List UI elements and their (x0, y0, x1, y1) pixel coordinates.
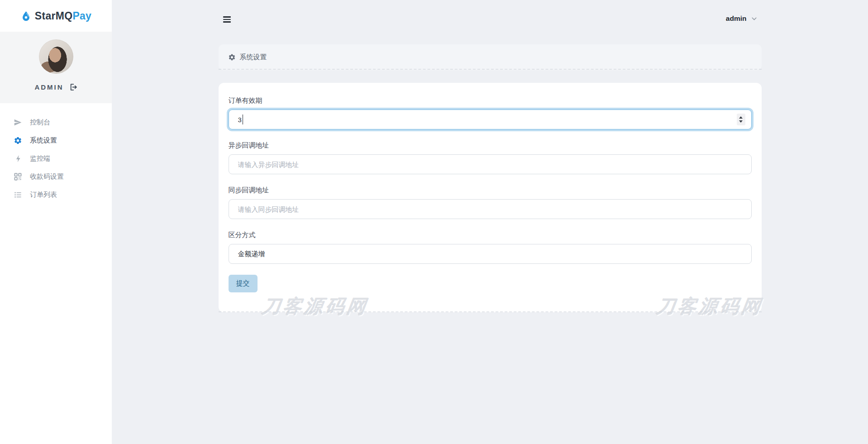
sidebar-item-system-settings[interactable]: 系统设置 (0, 131, 112, 149)
hamburger-icon[interactable] (222, 15, 232, 24)
form-group-async-callback: 异步回调地址 (229, 141, 752, 174)
sync-callback-label: 同步回调地址 (229, 186, 752, 195)
async-callback-label: 异步回调地址 (229, 141, 752, 150)
profile-section: ADMIN (0, 32, 112, 103)
admin-label: ADMIN (34, 83, 63, 91)
topbar: admin (219, 0, 762, 44)
brand-name: StarMQPay (35, 10, 91, 22)
sidebar-item-label: 收款码设置 (30, 172, 64, 181)
brand-logo: StarMQPay (0, 0, 112, 32)
qrcode-icon (14, 172, 22, 181)
order-validity-input[interactable] (229, 110, 752, 129)
sidebar-item-payment-code-settings[interactable]: 收款码设置 (0, 167, 112, 186)
sidebar-item-label: 系统设置 (30, 136, 57, 145)
chevron-down-icon (750, 15, 758, 23)
number-stepper[interactable] (737, 114, 745, 125)
text-caret (243, 115, 243, 124)
sync-callback-input[interactable] (229, 199, 752, 219)
sidebar-item-order-list[interactable]: 订单列表 (0, 186, 112, 204)
form-group-order-validity: 订单有效期 (229, 96, 752, 129)
stepper-up-icon[interactable] (739, 116, 743, 119)
async-callback-input[interactable] (229, 154, 752, 174)
user-dropdown[interactable]: admin (726, 14, 758, 23)
user-name: admin (726, 14, 747, 23)
order-validity-label: 订单有效期 (229, 96, 752, 105)
form-group-sync-callback: 同步回调地址 (229, 186, 752, 219)
logout-icon[interactable] (69, 83, 77, 91)
avatar (39, 39, 73, 74)
form-group-distinguish: 区分方式 (229, 231, 752, 264)
stepper-down-icon[interactable] (739, 120, 743, 123)
gear-icon (228, 53, 236, 61)
page-header: 系统设置 (219, 44, 762, 70)
page-title: 系统设置 (240, 53, 267, 62)
list-icon (14, 191, 22, 199)
sidebar-item-console[interactable]: 控制台 (0, 113, 112, 131)
sidebar-item-label: 控制台 (30, 118, 50, 127)
sidebar-item-label: 监控端 (30, 154, 50, 163)
distinguish-label: 区分方式 (229, 231, 752, 239)
bolt-icon (14, 154, 22, 163)
gear-icon (14, 136, 22, 145)
settings-form-card: 订单有效期 异步回调地址 同步回调地址 区分方式 (219, 83, 762, 312)
sidebar-item-label: 订单列表 (30, 191, 57, 199)
submit-button[interactable]: 提交 (229, 275, 258, 292)
distinguish-input[interactable] (229, 244, 752, 264)
sidebar: StarMQPay ADMIN 控制台 系统设置 监控端 (0, 0, 112, 444)
flame-drop-icon (20, 10, 32, 22)
rocket-icon (14, 118, 22, 127)
main-area: admin 系统设置 订单有效期 (112, 0, 868, 444)
sidebar-item-monitor[interactable]: 监控端 (0, 149, 112, 167)
sidebar-menu: 控制台 系统设置 监控端 收款码设置 订单列表 (0, 103, 112, 204)
